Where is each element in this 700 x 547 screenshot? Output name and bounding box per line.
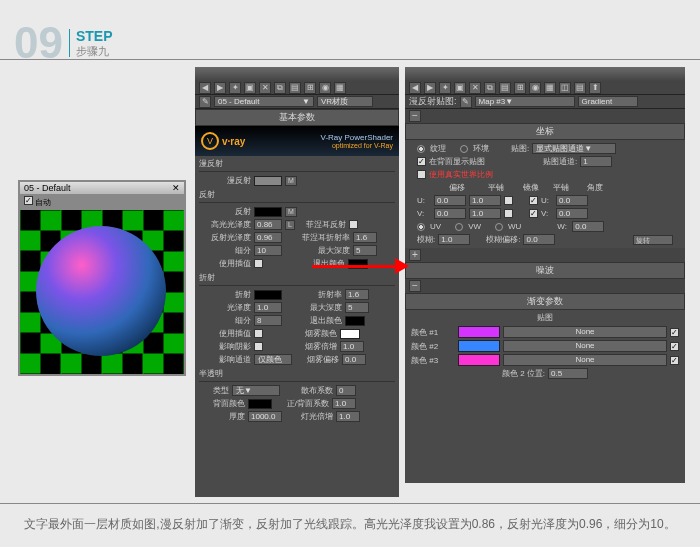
back-swatch[interactable] xyxy=(248,399,272,409)
material-type-dropdown[interactable]: VR材质 xyxy=(317,96,373,107)
thickness-spinner[interactable]: 1000.0 xyxy=(248,411,282,422)
color3-enable-checkbox[interactable] xyxy=(670,356,679,365)
u-tile-spinner[interactable]: 1.0 xyxy=(469,195,501,206)
fog-bias-spinner[interactable]: 0.0 xyxy=(342,354,366,365)
pick-icon[interactable]: ✦ xyxy=(229,82,241,94)
refract-swatch[interactable] xyxy=(254,290,282,300)
affect-alpha-dropdown[interactable]: 仅颜色 xyxy=(254,354,292,365)
show-backface-checkbox[interactable] xyxy=(417,157,426,166)
wu-radio[interactable] xyxy=(495,223,503,231)
color2-swatch[interactable] xyxy=(458,340,500,352)
fresnel-checkbox[interactable] xyxy=(349,220,358,229)
fb-spinner[interactable]: 1.0 xyxy=(332,398,356,409)
m-nav-back-icon[interactable]: ◀ xyxy=(409,82,421,94)
reflect-swatch[interactable] xyxy=(254,207,282,217)
noise-header[interactable]: 噪波 xyxy=(405,262,685,279)
u-tile-checkbox[interactable] xyxy=(529,196,538,205)
refract-gloss-spinner[interactable]: 1.0 xyxy=(254,302,282,313)
show-icon[interactable]: ◉ xyxy=(319,82,331,94)
scatter-spinner[interactable]: 0 xyxy=(336,385,356,396)
blur-spinner[interactable]: 1.0 xyxy=(438,234,470,245)
reflect-map-button[interactable]: M xyxy=(285,207,297,217)
map-name-dropdown[interactable]: Map #3▼ xyxy=(475,96,575,107)
affect-shadow-checkbox[interactable] xyxy=(254,342,263,351)
m-paste-icon[interactable]: ▤ xyxy=(499,82,511,94)
refract-exit-swatch[interactable] xyxy=(345,316,365,326)
v-tile-spinner[interactable]: 1.0 xyxy=(469,208,501,219)
assign-icon[interactable]: ▣ xyxy=(244,82,256,94)
matlib-icon[interactable]: ▦ xyxy=(334,82,346,94)
nav-back-icon[interactable]: ◀ xyxy=(199,82,211,94)
m-options2-icon[interactable]: ◫ xyxy=(559,82,571,94)
diffuse-map-button[interactable]: M xyxy=(285,176,297,186)
u-mirror-checkbox[interactable] xyxy=(504,196,513,205)
m-render-icon[interactable]: ▦ xyxy=(544,82,556,94)
color1-enable-checkbox[interactable] xyxy=(670,328,679,337)
w-angle-spinner[interactable]: 0.0 xyxy=(572,221,604,232)
m-dropper-icon[interactable]: ✎ xyxy=(460,96,472,108)
reflect-gloss-spinner[interactable]: 0.96 xyxy=(254,232,282,243)
u-angle-spinner[interactable]: 0.0 xyxy=(556,195,588,206)
color2-map-button[interactable]: None xyxy=(503,340,667,352)
vw-radio[interactable] xyxy=(455,223,463,231)
v-offset-spinner[interactable]: 0.0 xyxy=(434,208,466,219)
refract-subdiv-spinner[interactable]: 8 xyxy=(254,315,282,326)
v-angle-spinner[interactable]: 0.0 xyxy=(556,208,588,219)
uv-radio[interactable] xyxy=(417,223,425,231)
m-pick-icon[interactable]: ✦ xyxy=(439,82,451,94)
m-copy-icon[interactable]: ⧉ xyxy=(484,82,496,94)
options-icon[interactable]: ⊞ xyxy=(304,82,316,94)
dropper-icon[interactable]: ✎ xyxy=(199,96,211,108)
v-mirror-checkbox[interactable] xyxy=(504,209,513,218)
fog-mult-spinner[interactable]: 1.0 xyxy=(340,341,364,352)
texture-radio[interactable] xyxy=(417,145,425,153)
mapping-dropdown[interactable]: 显式贴图通道▼ xyxy=(532,143,616,154)
highlight-gloss-spinner[interactable]: 0.86 xyxy=(254,219,282,230)
gradient-collapse-button[interactable]: − xyxy=(409,280,421,292)
m-show-icon[interactable]: ◉ xyxy=(529,82,541,94)
color2-position-spinner[interactable]: 0.5 xyxy=(548,368,588,379)
m-grid-icon[interactable]: ⊞ xyxy=(514,82,526,94)
copy-icon[interactable]: ⧉ xyxy=(274,82,286,94)
diffuse-swatch[interactable] xyxy=(254,176,282,186)
color1-map-button[interactable]: None xyxy=(503,326,667,338)
color1-swatch[interactable] xyxy=(458,326,500,338)
coord-collapse-button[interactable]: − xyxy=(409,110,421,122)
v-tile-checkbox[interactable] xyxy=(529,209,538,218)
material-name-dropdown[interactable]: 05 - Default▼ xyxy=(214,96,314,107)
u-offset-spinner[interactable]: 0.0 xyxy=(434,195,466,206)
coord-header[interactable]: 坐标 xyxy=(405,123,685,140)
nav-fwd-icon[interactable]: ▶ xyxy=(214,82,226,94)
basic-params-header[interactable]: 基本参数 xyxy=(195,109,399,126)
m-parent-icon[interactable]: ⬆ xyxy=(589,82,601,94)
map-type-dropdown[interactable]: Gradient xyxy=(578,96,638,107)
fog-swatch[interactable] xyxy=(340,329,360,339)
gradient-header[interactable]: 渐变参数 xyxy=(405,293,685,310)
refract-interp-checkbox[interactable] xyxy=(254,329,263,338)
fresnel-ior-spinner[interactable]: 1.6 xyxy=(353,232,377,243)
color3-swatch[interactable] xyxy=(458,354,500,366)
refract-ior-spinner[interactable]: 1.6 xyxy=(345,289,369,300)
map-channel-spinner[interactable]: 1 xyxy=(580,156,612,167)
refract-depth-spinner[interactable]: 5 xyxy=(345,302,369,313)
m-assign-icon[interactable]: ▣ xyxy=(454,82,466,94)
blur-offset-spinner[interactable]: 0.0 xyxy=(523,234,555,245)
clear-icon[interactable]: ✕ xyxy=(259,82,271,94)
trans-type-dropdown[interactable]: 无▼ xyxy=(232,385,280,396)
environment-radio[interactable] xyxy=(460,145,468,153)
close-icon[interactable]: ✕ xyxy=(172,183,180,193)
paste-icon[interactable]: ▤ xyxy=(289,82,301,94)
rotate-button[interactable]: 旋转 xyxy=(633,235,673,245)
m-lib-icon[interactable]: ▤ xyxy=(574,82,586,94)
hl-lock-button[interactable]: L xyxy=(285,220,295,230)
reflect-depth-spinner[interactable]: 5 xyxy=(353,245,377,256)
realworld-checkbox[interactable] xyxy=(417,170,426,179)
material-preview-viewport[interactable] xyxy=(20,210,184,374)
reflect-interp-checkbox[interactable] xyxy=(254,259,263,268)
reflect-subdiv-spinner[interactable]: 10 xyxy=(254,245,282,256)
color3-map-button[interactable]: None xyxy=(503,354,667,366)
color2-enable-checkbox[interactable] xyxy=(670,342,679,351)
m-nav-fwd-icon[interactable]: ▶ xyxy=(424,82,436,94)
light-mult-spinner[interactable]: 1.0 xyxy=(336,411,360,422)
auto-checkbox[interactable]: 自动 xyxy=(24,196,51,208)
